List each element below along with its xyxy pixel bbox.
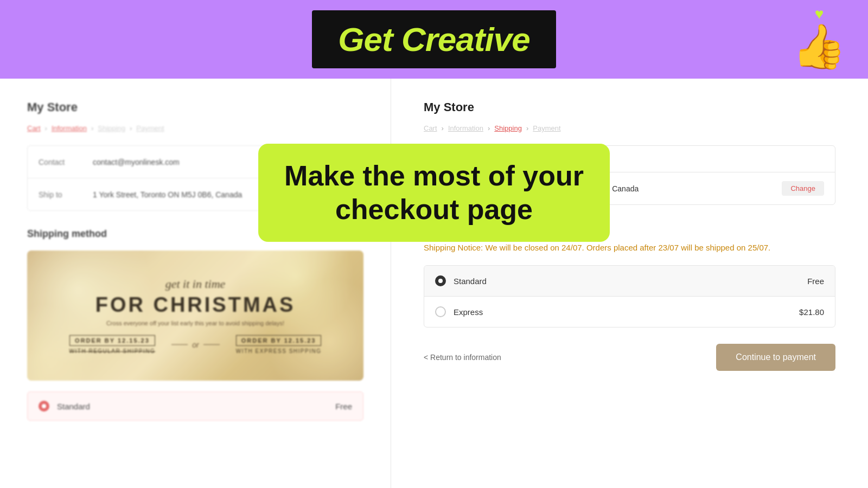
left-panel: My Store Cart › Information › Shipping ›… [0,79,391,488]
bottom-actions: < Return to information Continue to paym… [424,344,835,371]
title-box: Get Creative [312,10,556,68]
left-standard-price: Free [335,402,352,411]
banner-line-left [171,344,188,345]
right-express-label: Express [454,307,792,317]
main-content: My Store Cart › Information › Shipping ›… [0,79,868,488]
breadcrumb-shipping: Shipping [98,124,125,132]
left-standard-option[interactable]: Standard Free [27,391,363,421]
breadcrumb-payment: Payment [136,124,164,132]
thumbs-up-container: ♥ 👍 [792,5,846,68]
banner-text: get it in time FOR CHRISTMAS Cross every… [69,277,322,354]
right-store-name: My Store [424,100,835,114]
banner-shipping-row: ORDER BY 12.15.23 WITH REGULAR SHIPPING … [69,335,322,354]
right-express-price: $21.80 [799,307,824,317]
banner-main-title: FOR CHRISTMAS [69,293,322,317]
right-shipping-options: Standard Free Express $21.80 [424,265,835,328]
breadcrumb-cart[interactable]: Cart [27,124,41,132]
right-breadcrumb-cart[interactable]: Cart [424,124,437,132]
breadcrumb-information[interactable]: Information [52,124,87,132]
callout-line2: checkout page [284,192,584,226]
main-title: Get Creative [338,21,529,58]
banner-right-shipping: ORDER BY 12.15.23 WITH EXPRESS SHIPPING [236,335,322,354]
right-standard-price: Free [807,277,824,286]
return-link[interactable]: < Return to information [424,353,501,362]
heart-icon: ♥ [815,5,824,23]
left-standard-label: Standard [57,402,328,411]
right-standard-radio[interactable] [435,275,446,286]
banner-dividers: or [171,341,219,349]
continue-to-payment-btn[interactable]: Continue to payment [716,344,835,371]
right-express-radio[interactable] [435,306,446,317]
banner-description: Cross everyone off your list early this … [69,320,322,326]
right-standard-option[interactable]: Standard Free [424,266,835,297]
callout-line1: Make the most of your [284,159,584,192]
ship-to-label: Ship to [39,190,82,199]
christmas-banner: get it in time FOR CHRISTMAS Cross every… [27,251,363,381]
right-express-option[interactable]: Express $21.80 [424,297,835,327]
banner-order-right: ORDER BY 12.15.23 [236,335,322,346]
contact-label: Contact [39,158,82,166]
banner-with-regular: WITH REGULAR SHIPPING [69,348,156,354]
right-change-btn[interactable]: Change [782,181,824,196]
callout-overlay: Make the most of your checkout page [258,144,610,242]
left-breadcrumb: Cart › Information › Shipping › Payment [27,124,363,132]
left-standard-radio[interactable] [39,401,49,412]
right-breadcrumb-payment: Payment [533,124,560,132]
shipping-notice: Shipping Notice: We will be closed on 24… [424,241,835,254]
header: Get Creative ♥ 👍 [0,0,868,79]
banner-line-right [203,344,220,345]
banner-left-shipping: ORDER BY 12.15.23 WITH REGULAR SHIPPING [69,335,156,354]
left-store-name: My Store [27,100,363,114]
right-panel: My Store Cart › Information › Shipping ›… [391,79,868,488]
banner-subtitle: get it in time [69,277,322,291]
right-breadcrumb-information[interactable]: Information [448,124,483,132]
banner-with-express: WITH EXPRESS SHIPPING [236,348,322,354]
banner-or: or [192,341,199,349]
banner-order-left: ORDER BY 12.15.23 [69,335,156,346]
right-standard-label: Standard [454,277,800,286]
right-breadcrumb-shipping[interactable]: Shipping [494,124,522,132]
thumbs-up-icon: 👍 [792,25,846,68]
right-breadcrumb: Cart › Information › Shipping › Payment [424,124,835,132]
